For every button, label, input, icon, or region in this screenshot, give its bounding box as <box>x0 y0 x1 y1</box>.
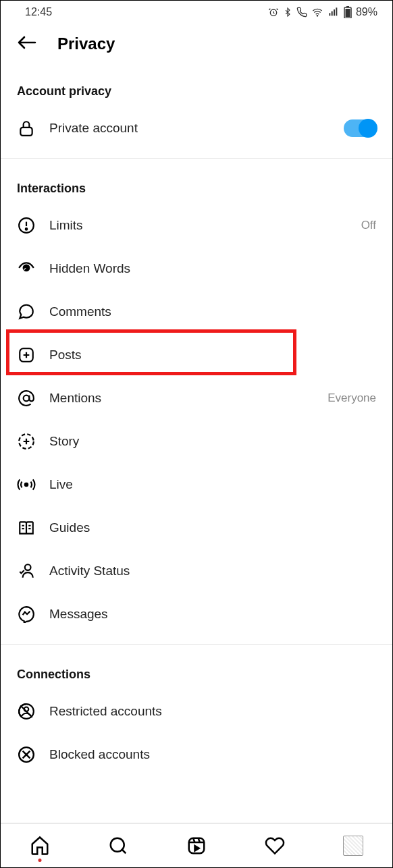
svg-point-14 <box>24 396 30 402</box>
private-account-toggle[interactable] <box>344 119 376 137</box>
nav-home[interactable] <box>26 832 53 859</box>
blocked-label: Blocked accounts <box>49 747 376 762</box>
row-messages[interactable]: Messages <box>1 593 392 636</box>
row-comments[interactable]: Comments <box>1 290 392 333</box>
status-time: 12:45 <box>25 6 52 18</box>
battery-percent: 89% <box>356 6 377 18</box>
blocked-icon <box>17 745 36 764</box>
nav-reels[interactable] <box>183 832 210 859</box>
limits-label: Limits <box>49 218 348 233</box>
svg-rect-4 <box>334 9 335 16</box>
row-activity-status[interactable]: Activity Status <box>1 549 392 593</box>
bottom-nav <box>1 823 392 867</box>
comment-icon <box>17 302 36 321</box>
heart-icon <box>265 836 285 856</box>
search-icon <box>108 836 128 856</box>
restricted-icon <box>17 702 36 721</box>
row-live[interactable]: Live <box>1 463 392 506</box>
svg-rect-5 <box>336 7 337 16</box>
svg-point-1 <box>317 16 317 16</box>
row-posts[interactable]: Posts <box>1 333 392 377</box>
story-icon <box>17 432 36 451</box>
page-title: Privacy <box>57 34 115 53</box>
row-restricted-accounts[interactable]: Restricted accounts <box>1 690 392 733</box>
wifi-icon <box>311 7 323 18</box>
comments-label: Comments <box>49 304 376 319</box>
nav-profile[interactable] <box>340 832 367 859</box>
alert-circle-icon <box>17 216 36 235</box>
profile-avatar-icon <box>343 836 363 856</box>
svg-rect-2 <box>329 13 330 16</box>
row-limits[interactable]: Limits Off <box>1 204 392 247</box>
status-bar: 12:45 89% <box>1 1 392 21</box>
svg-point-11 <box>26 228 28 230</box>
row-private-account[interactable]: Private account <box>1 107 392 150</box>
svg-point-17 <box>25 564 31 570</box>
signal-icon <box>328 7 340 18</box>
guides-icon <box>17 518 36 537</box>
back-button[interactable] <box>17 34 37 53</box>
nav-activity[interactable] <box>261 832 288 859</box>
battery-icon <box>344 6 352 18</box>
lock-icon <box>17 119 36 138</box>
nav-search[interactable] <box>105 832 132 859</box>
svg-rect-9 <box>20 128 32 136</box>
svg-rect-22 <box>189 838 205 853</box>
row-blocked-accounts[interactable]: Blocked accounts <box>1 733 392 776</box>
section-connections: Connections <box>1 645 392 690</box>
mentions-value: Everyone <box>328 391 376 405</box>
radio-icon <box>17 475 36 494</box>
back-arrow-icon <box>17 34 37 51</box>
bluetooth-icon <box>283 7 292 18</box>
mentions-label: Mentions <box>49 391 314 406</box>
svg-point-12 <box>24 265 30 271</box>
at-sign-icon <box>17 389 36 408</box>
row-hidden-words[interactable]: Hidden Words <box>1 247 392 290</box>
nav-home-indicator <box>38 859 42 862</box>
restricted-label: Restricted accounts <box>49 704 376 719</box>
section-account-privacy: Account privacy <box>1 61 392 107</box>
status-icons: 89% <box>268 6 377 18</box>
row-guides[interactable]: Guides <box>1 506 392 549</box>
plus-square-icon <box>17 346 36 364</box>
svg-rect-3 <box>332 11 333 16</box>
hidden-words-label: Hidden Words <box>49 261 376 276</box>
row-mentions[interactable]: Mentions Everyone <box>1 377 392 420</box>
live-label: Live <box>49 477 376 492</box>
phone-icon <box>296 7 307 18</box>
story-label: Story <box>49 434 376 449</box>
limits-value: Off <box>361 219 376 232</box>
alarm-icon <box>268 7 279 18</box>
activity-status-icon <box>17 562 36 580</box>
private-account-label: Private account <box>49 121 330 136</box>
reels-icon <box>186 836 207 856</box>
page-header: Privacy <box>1 21 392 61</box>
messenger-icon <box>17 605 36 624</box>
home-icon <box>30 836 50 856</box>
row-story[interactable]: Story <box>1 420 392 463</box>
guides-label: Guides <box>49 520 376 535</box>
svg-rect-8 <box>345 9 350 18</box>
eye-hidden-icon <box>17 259 36 278</box>
activity-status-label: Activity Status <box>49 564 376 578</box>
posts-label: Posts <box>49 348 376 362</box>
section-interactions: Interactions <box>1 159 392 204</box>
messages-label: Messages <box>49 607 376 622</box>
svg-point-16 <box>25 483 28 486</box>
